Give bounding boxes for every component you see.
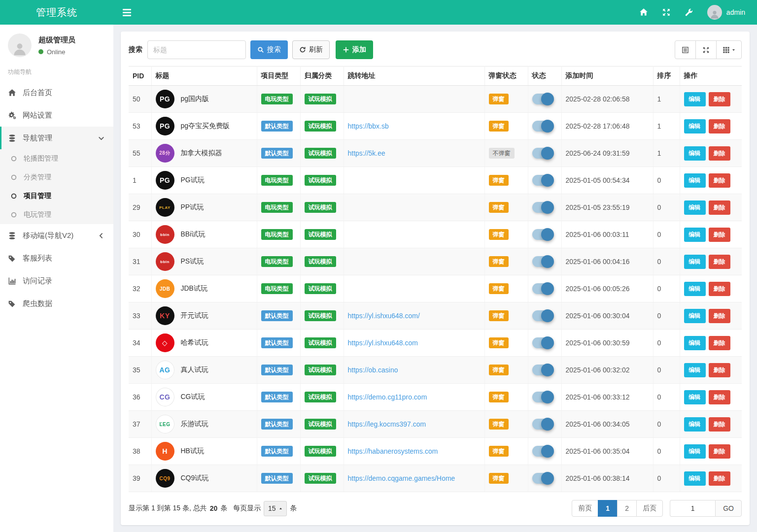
status-toggle[interactable] bbox=[532, 94, 553, 104]
status-toggle[interactable] bbox=[532, 392, 553, 402]
fullscreen-icon[interactable] bbox=[662, 8, 671, 17]
status-toggle[interactable] bbox=[532, 229, 553, 240]
popup-badge: 弹窗 bbox=[489, 229, 509, 240]
delete-button[interactable]: 删除 bbox=[709, 363, 730, 377]
edit-button[interactable]: 编辑 bbox=[684, 282, 706, 296]
delete-button[interactable]: 删除 bbox=[709, 200, 730, 215]
delete-button[interactable]: 删除 bbox=[709, 146, 730, 161]
status-toggle[interactable] bbox=[532, 337, 553, 348]
delete-button[interactable]: 删除 bbox=[709, 309, 730, 323]
fullscreen-table-button[interactable] bbox=[695, 40, 717, 59]
jump-url-link[interactable]: https://demo.cqgame.games/Home bbox=[348, 474, 455, 482]
columns-button[interactable] bbox=[716, 40, 742, 59]
page-size-select[interactable]: 15 bbox=[264, 501, 287, 516]
sidebar-item[interactable]: 导航管理 bbox=[0, 127, 113, 149]
edit-button[interactable]: 编辑 bbox=[684, 255, 706, 269]
edit-button[interactable]: 编辑 bbox=[684, 92, 706, 106]
edit-button[interactable]: 编辑 bbox=[684, 200, 706, 215]
go-button[interactable]: GO bbox=[715, 500, 742, 517]
delete-button[interactable]: 删除 bbox=[709, 173, 730, 188]
cell-status bbox=[528, 140, 561, 167]
cell-category: 试玩模拟 bbox=[300, 248, 344, 275]
cell-time: 2025-01-06 00:38:14 bbox=[561, 465, 653, 492]
status-toggle[interactable] bbox=[532, 121, 553, 132]
edit-button[interactable]: 编辑 bbox=[684, 336, 706, 350]
refresh-button[interactable]: 刷新 bbox=[292, 40, 330, 59]
status-toggle[interactable] bbox=[532, 365, 553, 375]
jump-url-link[interactable]: https://yl.ishxu648.com bbox=[348, 339, 418, 347]
edit-button[interactable]: 编辑 bbox=[684, 417, 706, 432]
search-button[interactable]: 搜索 bbox=[250, 40, 288, 59]
sidebar-subitem[interactable]: 项目管理 bbox=[0, 187, 113, 205]
status-toggle[interactable] bbox=[532, 256, 553, 267]
detail-view-button[interactable] bbox=[675, 40, 696, 59]
edit-button[interactable]: 编辑 bbox=[684, 363, 706, 377]
delete-button[interactable]: 删除 bbox=[709, 228, 730, 242]
jump-url-link[interactable]: https://yl.ishxu648.com/ bbox=[348, 312, 420, 320]
home-icon[interactable] bbox=[639, 8, 648, 17]
edit-button[interactable]: 编辑 bbox=[684, 309, 706, 323]
edit-button[interactable]: 编辑 bbox=[684, 444, 706, 459]
user-menu[interactable]: admin bbox=[707, 5, 745, 20]
status-toggle[interactable] bbox=[532, 148, 553, 159]
cell-sort: 0 bbox=[653, 167, 680, 194]
status-toggle[interactable] bbox=[532, 473, 553, 484]
add-button[interactable]: 添加 bbox=[336, 40, 373, 59]
edit-button[interactable]: 编辑 bbox=[684, 471, 706, 486]
delete-button[interactable]: 删除 bbox=[709, 282, 730, 296]
sidebar-item[interactable]: 客服列表 bbox=[0, 247, 113, 269]
cell-url bbox=[344, 194, 484, 221]
page-button[interactable]: 2 bbox=[617, 500, 637, 517]
page-button[interactable]: 1 bbox=[598, 500, 618, 517]
sidebar-subitem[interactable]: 分类管理 bbox=[0, 168, 113, 187]
cell-title: CGCG试玩 bbox=[151, 384, 257, 411]
status-toggle[interactable] bbox=[532, 310, 553, 321]
delete-button[interactable]: 删除 bbox=[709, 336, 730, 350]
status-toggle[interactable] bbox=[532, 283, 553, 294]
toggle-knob bbox=[541, 255, 554, 268]
status-toggle[interactable] bbox=[532, 446, 553, 457]
page-button[interactable]: 后页 bbox=[636, 500, 663, 517]
cell-time: 2025-01-06 00:34:05 bbox=[561, 411, 653, 438]
cell-time: 2025-01-06 00:32:02 bbox=[561, 357, 653, 384]
sidebar-item[interactable]: 网站设置 bbox=[0, 104, 113, 127]
delete-button[interactable]: 删除 bbox=[709, 471, 730, 486]
tools-icon[interactable] bbox=[685, 8, 693, 17]
sidebar-toggle-button[interactable] bbox=[120, 5, 135, 20]
delete-button[interactable]: 删除 bbox=[709, 390, 730, 404]
page-jump-input[interactable] bbox=[670, 500, 715, 517]
jump-url-link[interactable]: https://demo.cg11pro.com bbox=[348, 393, 427, 401]
delete-button[interactable]: 删除 bbox=[709, 417, 730, 432]
sidebar-subitem[interactable]: 轮播图管理 bbox=[0, 149, 113, 168]
cell-popup: 弹窗 bbox=[484, 438, 528, 465]
category-badge: 试玩模拟 bbox=[305, 229, 336, 240]
jump-url-link[interactable]: https://bbx.sb bbox=[348, 122, 389, 130]
edit-button[interactable]: 编辑 bbox=[684, 173, 706, 188]
status-toggle[interactable] bbox=[532, 202, 553, 213]
jump-url-link[interactable]: https://leg.kocms397.com bbox=[348, 420, 426, 428]
delete-button[interactable]: 删除 bbox=[709, 119, 730, 133]
delete-button[interactable]: 删除 bbox=[709, 444, 730, 459]
sidebar-item[interactable]: 爬虫数据 bbox=[0, 292, 113, 315]
status-toggle[interactable] bbox=[532, 175, 553, 186]
sidebar-item[interactable]: 后台首页 bbox=[0, 81, 113, 104]
edit-button[interactable]: 编辑 bbox=[684, 119, 706, 133]
edit-button[interactable]: 编辑 bbox=[684, 228, 706, 242]
cell-time: 2025-01-06 00:30:04 bbox=[561, 302, 653, 330]
status-toggle[interactable] bbox=[532, 419, 553, 430]
row-title: BBi试玩 bbox=[181, 230, 206, 239]
jump-url-link[interactable]: https://5k.ee bbox=[348, 149, 385, 157]
delete-button[interactable]: 删除 bbox=[709, 92, 730, 106]
sidebar-subitem[interactable]: 电玩管理 bbox=[0, 205, 113, 224]
brand-title[interactable]: 管理系统 bbox=[0, 6, 113, 19]
jump-url-link[interactable]: https://habanerosystems.com bbox=[348, 447, 438, 455]
delete-button[interactable]: 删除 bbox=[709, 255, 730, 269]
edit-button[interactable]: 编辑 bbox=[684, 146, 706, 161]
search-input[interactable] bbox=[147, 40, 246, 59]
page-button[interactable]: 前页 bbox=[572, 500, 598, 517]
cell-ops: 编辑删除 bbox=[680, 194, 742, 221]
edit-button[interactable]: 编辑 bbox=[684, 390, 706, 404]
jump-url-link[interactable]: https://ob.casino bbox=[348, 366, 398, 374]
sidebar-item[interactable]: 访问记录 bbox=[0, 269, 113, 292]
sidebar-item[interactable]: 移动端(导航V2) bbox=[0, 224, 113, 247]
